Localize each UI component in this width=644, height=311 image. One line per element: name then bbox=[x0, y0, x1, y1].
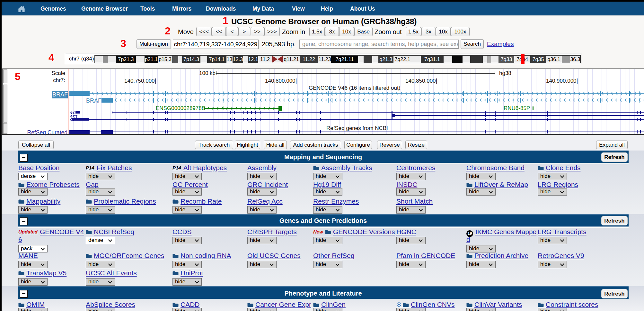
svg-text:7q33: 7q33 bbox=[501, 57, 512, 62]
svg-text:11.2: 11.2 bbox=[260, 57, 270, 62]
svg-text:7q35: 7q35 bbox=[533, 57, 544, 62]
svg-text:q36.1: q36.1 bbox=[547, 57, 560, 62]
svg-text:11.23: 11.23 bbox=[319, 57, 331, 62]
svg-text:q21.3: q21.3 bbox=[379, 57, 392, 62]
svg-text:36.3: 36.3 bbox=[570, 57, 580, 62]
svg-text:p21.1: p21.1 bbox=[145, 57, 158, 62]
svg-text:7p14.1: 7p14.1 bbox=[209, 57, 225, 62]
svg-text:7p14.3: 7p14.3 bbox=[183, 57, 199, 62]
svg-text:7q21.11: 7q21.11 bbox=[336, 57, 354, 62]
svg-text:q11.21: q11.21 bbox=[284, 57, 299, 62]
svg-text:12.3: 12.3 bbox=[233, 57, 243, 62]
svg-text:11.22: 11.22 bbox=[303, 57, 315, 62]
svg-text:12.1: 12.1 bbox=[248, 57, 258, 62]
svg-text:p15.3: p15.3 bbox=[159, 57, 172, 62]
svg-text:7p21.3: 7p21.3 bbox=[118, 57, 134, 62]
svg-text:13: 13 bbox=[227, 57, 233, 62]
svg-text:7q22.1: 7q22.1 bbox=[395, 57, 410, 62]
svg-text:7q31.1: 7q31.1 bbox=[424, 57, 440, 62]
